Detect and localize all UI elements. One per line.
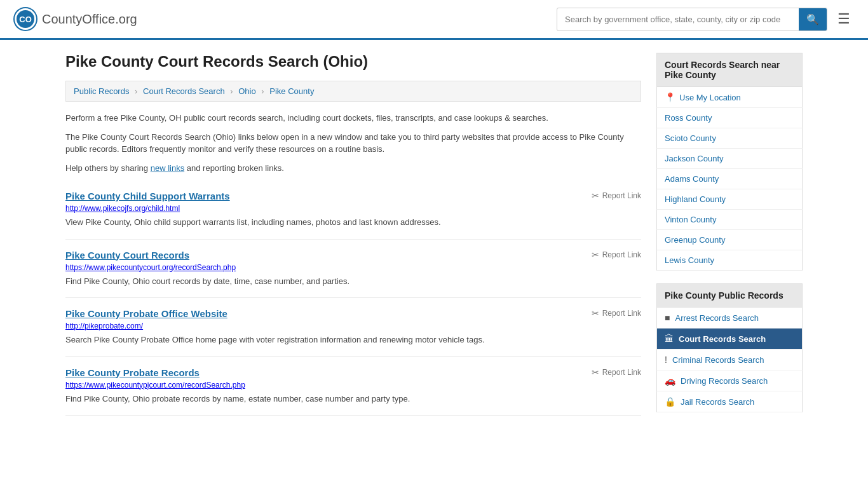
report-link-0[interactable]: ✂ Report Link <box>592 191 641 201</box>
breadcrumb-ohio[interactable]: Ohio <box>238 86 255 96</box>
scissors-icon-0: ✂ <box>592 191 599 201</box>
nearby-county-link-0[interactable]: Ross County <box>665 113 712 123</box>
location-icon: 📍 <box>665 92 675 102</box>
logo-icon: CO <box>13 6 38 32</box>
scissors-icon-2: ✂ <box>592 308 599 318</box>
pub-records-section: Pike County Public Records ■ Arrest Reco… <box>656 283 803 412</box>
pub-rec-icon-3: 🚗 <box>665 376 675 386</box>
intro-text-2: The Pike County Court Records Search (Oh… <box>65 131 641 156</box>
result-header: Pike County Child Support Warrants ✂ Rep… <box>65 191 641 201</box>
nearby-county-link-7[interactable]: Lewis County <box>665 255 714 265</box>
pub-records-title: Pike County Public Records <box>656 283 803 308</box>
result-item: Pike County Court Records ✂ Report Link … <box>65 240 641 299</box>
report-link-1[interactable]: ✂ Report Link <box>592 250 641 260</box>
nearby-county-link-6[interactable]: Greenup County <box>665 235 725 245</box>
pub-rec-icon-0: ■ <box>665 313 670 323</box>
pub-rec-item[interactable]: 🔒 Jail Records Search <box>656 391 803 412</box>
nearby-county-item[interactable]: Greenup County <box>656 230 803 250</box>
pub-rec-item[interactable]: 🚗 Driving Records Search <box>656 370 803 391</box>
nearby-county-link-2[interactable]: Jackson County <box>665 154 724 163</box>
result-desc-2: Search Pike County Probate Office home p… <box>65 334 641 346</box>
result-title-1[interactable]: Pike County Court Records <box>65 250 189 261</box>
main-container: Pike County Court Records Search (Ohio) … <box>53 40 815 438</box>
result-item: Pike County Probate Office Website ✂ Rep… <box>65 298 641 357</box>
search-input[interactable] <box>557 10 799 29</box>
sidebar: Court Records Search near Pike County 📍 … <box>656 53 803 425</box>
result-url-0[interactable]: http://www.pikecojfs.org/child.html <box>65 204 641 213</box>
results-container: Pike County Child Support Warrants ✂ Rep… <box>65 180 641 416</box>
nearby-section: Court Records Search near Pike County 📍 … <box>656 53 803 271</box>
intro-text-3: Help others by sharing new links and rep… <box>65 162 641 175</box>
result-item: Pike County Child Support Warrants ✂ Rep… <box>65 180 641 240</box>
pub-rec-link-3[interactable]: Driving Records Search <box>681 376 768 386</box>
result-header: Pike County Probate Office Website ✂ Rep… <box>65 308 641 319</box>
pub-rec-link-1[interactable]: Court Records Search <box>679 334 766 344</box>
report-link-2[interactable]: ✂ Report Link <box>592 308 641 318</box>
breadcrumb-public-records[interactable]: Public Records <box>74 86 129 96</box>
result-title-3[interactable]: Pike County Probate Records <box>65 367 200 378</box>
header-right: 🔍 ☰ <box>557 8 855 31</box>
logo-text: CountyOffice.org <box>42 12 137 27</box>
nearby-title: Court Records Search near Pike County <box>656 53 803 87</box>
pub-rec-item[interactable]: ■ Arrest Records Search <box>656 308 803 329</box>
pub-rec-icon-4: 🔒 <box>665 396 675 407</box>
result-item: Pike County Probate Records ✂ Report Lin… <box>65 357 641 416</box>
header: CO CountyOffice.org 🔍 ☰ <box>0 0 868 40</box>
report-link-3[interactable]: ✂ Report Link <box>592 367 641 377</box>
nearby-county-item[interactable]: Vinton County <box>656 210 803 230</box>
pub-rec-icon-2: ! <box>665 355 667 365</box>
result-desc-0: View Pike County, Ohio child support war… <box>65 216 641 229</box>
scissors-icon-3: ✂ <box>592 367 599 377</box>
result-header: Pike County Court Records ✂ Report Link <box>65 250 641 261</box>
result-url-1[interactable]: https://www.pikecountycourt.org/recordSe… <box>65 263 641 272</box>
breadcrumb-court-records[interactable]: Court Records Search <box>143 86 225 96</box>
result-desc-3: Find Pike County, Ohio probate records b… <box>65 393 641 405</box>
nearby-county-link-5[interactable]: Vinton County <box>665 215 716 224</box>
nearby-county-item[interactable]: Jackson County <box>656 149 803 169</box>
use-location-link[interactable]: Use My Location <box>679 93 741 102</box>
logo[interactable]: CO CountyOffice.org <box>13 6 137 32</box>
nearby-counties-container: Ross CountyScioto CountyJackson CountyAd… <box>656 108 803 271</box>
result-url-2[interactable]: http://pikeprobate.com/ <box>65 322 641 330</box>
result-title-2[interactable]: Pike County Probate Office Website <box>65 308 227 319</box>
search-button[interactable]: 🔍 <box>799 8 827 30</box>
pub-rec-link-2[interactable]: Criminal Records Search <box>672 355 764 365</box>
intro-text-1: Perform a free Pike County, OH public co… <box>65 112 641 125</box>
pub-rec-item[interactable]: ! Criminal Records Search <box>656 349 803 370</box>
scissors-icon-1: ✂ <box>592 250 599 260</box>
breadcrumb: Public Records › Court Records Search › … <box>65 81 641 102</box>
pub-rec-link-0[interactable]: Arrest Records Search <box>675 313 759 323</box>
nearby-county-item[interactable]: Highland County <box>656 189 803 210</box>
result-header: Pike County Probate Records ✂ Report Lin… <box>65 367 641 378</box>
breadcrumb-pike-county[interactable]: Pike County <box>269 86 314 96</box>
pub-records-container: ■ Arrest Records Search 🏛 Court Records … <box>656 308 803 412</box>
result-title-0[interactable]: Pike County Child Support Warrants <box>65 191 230 201</box>
pub-rec-icon-1: 🏛 <box>665 334 674 344</box>
menu-button[interactable]: ☰ <box>832 8 855 30</box>
search-bar: 🔍 <box>557 8 827 31</box>
nearby-county-item[interactable]: Ross County <box>656 108 803 128</box>
nearby-county-link-4[interactable]: Highland County <box>665 194 726 204</box>
new-links-link[interactable]: new links <box>151 163 184 173</box>
nearby-county-link-3[interactable]: Adams County <box>665 174 719 184</box>
nearby-county-link-1[interactable]: Scioto County <box>665 133 716 143</box>
result-url-3[interactable]: https://www.pikecountypjcourt.com/record… <box>65 381 641 390</box>
page-title: Pike County Court Records Search (Ohio) <box>65 53 641 71</box>
pub-rec-link-4[interactable]: Jail Records Search <box>681 397 754 407</box>
nearby-county-item[interactable]: Adams County <box>656 169 803 189</box>
nearby-county-item[interactable]: Lewis County <box>656 250 803 271</box>
use-location-item[interactable]: 📍 Use My Location <box>656 87 803 108</box>
pub-rec-item[interactable]: 🏛 Court Records Search <box>656 329 803 349</box>
svg-text:CO: CO <box>19 15 32 24</box>
nearby-county-item[interactable]: Scioto County <box>656 128 803 149</box>
result-desc-1: Find Pike County, Ohio court records by … <box>65 275 641 288</box>
content-area: Pike County Court Records Search (Ohio) … <box>65 53 641 425</box>
